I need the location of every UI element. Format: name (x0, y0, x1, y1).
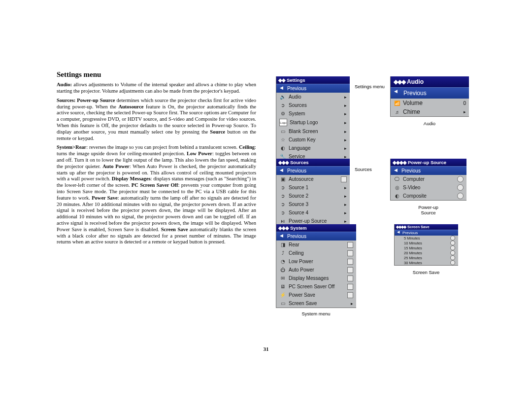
prev-item[interactable]: Previous (391, 166, 466, 175)
radio-icon (450, 240, 455, 245)
page-heading: Settings menu (57, 70, 256, 79)
bold-term: Screen Save (161, 227, 188, 232)
menu-item[interactable]: 🖥PC Screen Saver Off (276, 282, 356, 291)
label: Chime (403, 108, 461, 115)
item-label: Custom Key (289, 137, 342, 142)
screensave-menu: ◆◆◆◆ Screen Save Previous 5 Minutes10 Mi… (394, 224, 458, 266)
title-text: Power-up Source (408, 160, 446, 165)
menu-item[interactable]: ◐Language▸ (276, 144, 350, 152)
radio-icon (457, 176, 464, 182)
checkbox-icon (347, 250, 353, 256)
prev-item[interactable]: Previous (391, 87, 469, 99)
arrow-icon: ▸ (344, 103, 347, 108)
item-icon: 🔊 (279, 94, 286, 100)
menu-item[interactable]: ⤴Ceiling (276, 249, 356, 257)
title-text: Sources (290, 160, 309, 165)
menu-item[interactable]: 5 Minutes (395, 236, 458, 240)
menu-item[interactable]: ▣Autosource (276, 175, 350, 183)
caption-sources: Sources (355, 167, 372, 172)
paragraph-sources: Sources: Power-up Source determines whic… (57, 98, 256, 142)
menu-item[interactable]: 10 Minutes (395, 240, 458, 245)
menu-items: ▣Autosource➲Source 1▸➲Source 2▸➲Source 3… (276, 175, 350, 225)
menu-item[interactable]: 25 Minutes (395, 255, 458, 260)
prev-item[interactable]: Previous (276, 232, 356, 240)
title-text: Settings (287, 77, 305, 83)
arrow-icon: ▸ (344, 146, 347, 151)
radio-icon (450, 236, 455, 240)
menu-title: ◆◆◆◆ Power-up Source (391, 159, 466, 166)
bold-term: Display Messages (112, 176, 151, 181)
item-label: Autosource (289, 176, 338, 182)
item-label: 30 Minutes (404, 261, 448, 265)
menu-item[interactable]: ➲Sources▸ (276, 101, 350, 109)
menu-item-volume[interactable]: 📶Volume0 (391, 99, 469, 107)
system-menu: ◆◆◆ System Previous ◨Rear⤴Ceiling◔Low Po… (276, 224, 356, 308)
item-icon: ➲ (279, 184, 286, 191)
menu-item[interactable]: 30 Minutes (395, 260, 458, 265)
item-label: 5 Minutes (404, 236, 448, 240)
arrow-icon: ▸ (344, 95, 347, 100)
text-run: : reverses the image so you can project … (86, 144, 239, 150)
menu-item-chime[interactable]: ♬Chime▸ (391, 107, 469, 116)
bold-term: Sources: Power-up Source (57, 98, 115, 103)
menu-item[interactable]: ▭Screen Save▸ (276, 299, 356, 308)
item-label: Source 4 (289, 210, 342, 215)
item-icon: ⤴ (279, 250, 286, 256)
item-icon: ⏻ (279, 267, 286, 273)
bold-term: Source (210, 129, 225, 135)
menu-item[interactable]: ✉Display Messages (276, 274, 356, 282)
menu-item[interactable]: 🔊Audio▸ (276, 93, 350, 101)
prev-item[interactable]: Previous (395, 230, 458, 236)
prev-item[interactable]: Previous (276, 166, 350, 175)
menu-items: 🖵Computer◎S-Video◐Composite (391, 175, 466, 200)
item-label: Rear (289, 242, 345, 247)
bold-term: System>Rear (57, 144, 86, 150)
menu-item[interactable]: ⚙System▸ (276, 109, 350, 118)
checkbox-icon (347, 275, 353, 281)
text-run: allows adjustments to Volume of the inte… (57, 82, 256, 94)
menu-item[interactable]: 🖵Computer (391, 175, 466, 183)
item-icon: ▭ (279, 128, 286, 135)
menu-item[interactable]: ☆Custom Key▸ (276, 136, 350, 144)
item-label: Sources (289, 103, 342, 108)
menu-title: ◆◆◆◆ Screen Save (395, 224, 458, 230)
radio-icon (450, 250, 455, 255)
menu-item[interactable]: ◨Rear (276, 240, 356, 249)
item-icon: ▣ (279, 176, 286, 182)
menu-item[interactable]: ⚡Power Save (276, 291, 356, 299)
menu-item[interactable]: ➲Source 4▸ (276, 208, 350, 217)
volume-icon: 📶 (394, 100, 400, 106)
page-number: 31 (264, 346, 269, 352)
caption-settings: Settings menu (355, 84, 385, 89)
menu-item[interactable]: ▭Blank Screen▸ (276, 127, 350, 136)
menu-item[interactable]: 15 Minutes (395, 245, 458, 250)
menu-item[interactable]: ➲Source 3▸ (276, 200, 350, 208)
arrow-icon: ▸ (344, 154, 347, 159)
arrow-icon: ▸ (344, 120, 347, 125)
item-label: Source 3 (289, 202, 342, 207)
item-label: Auto Power (289, 267, 345, 273)
menu-item[interactable]: ◎S-Video (391, 183, 466, 192)
value: 0 (463, 101, 466, 106)
menu-item[interactable]: ⏻Auto Power (276, 266, 356, 274)
menu-item[interactable]: ◐Composite (391, 192, 466, 200)
bold-term: Power Save (92, 195, 118, 201)
menu-item[interactable]: 20 Minutes (395, 250, 458, 255)
item-icon: 🖵 (394, 176, 400, 182)
bold-term: Low Power (187, 151, 212, 156)
menu-item[interactable]: ➲Source 1▸ (276, 183, 350, 192)
item-icon: ➲ (279, 209, 286, 216)
prev-item[interactable]: Previous (276, 84, 350, 93)
item-icon: ➲ (279, 201, 286, 207)
item-icon: ◔ (279, 258, 286, 265)
menu-items: 🔊Audio▸➲Sources▸⚙System▸LogoStartup Logo… (276, 93, 350, 161)
checkbox-icon (347, 292, 353, 298)
title-text: System (290, 225, 307, 231)
title-text: Audio (407, 78, 424, 85)
menu-item[interactable]: LogoStartup Logo▸ (276, 118, 350, 127)
menu-title: ◆◆◆ System (276, 224, 356, 232)
menu-item[interactable]: ◔Low Power (276, 257, 356, 266)
menu-item[interactable]: ➲Source 2▸ (276, 192, 350, 200)
item-icon: ⏯ (279, 218, 286, 224)
item-icon: ▭ (279, 300, 286, 307)
